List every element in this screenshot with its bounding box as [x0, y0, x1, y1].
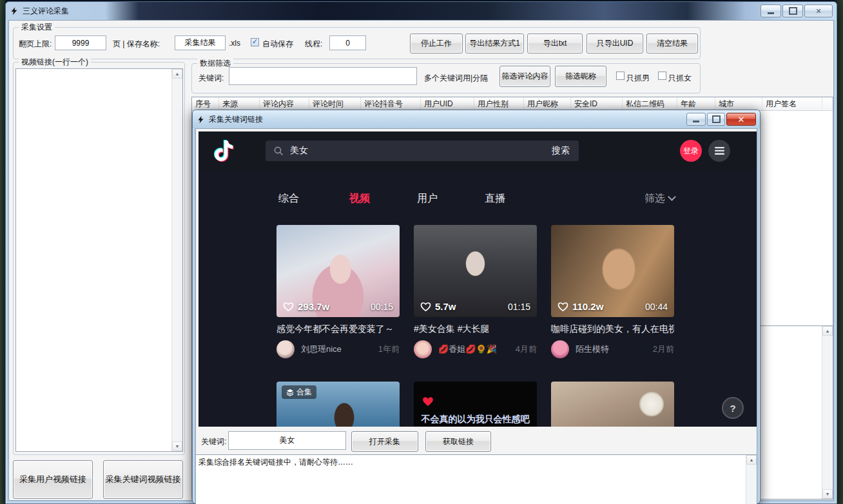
search-button[interactable]: 搜索	[543, 145, 579, 157]
export-mode1-button[interactable]: 导出结果方式1	[465, 34, 524, 53]
video-thumbnail[interactable]: 5.7w 01:15	[414, 225, 537, 317]
video-thumbnail[interactable]: 110.2w 00:44	[551, 225, 674, 317]
video-links-textarea[interactable]	[16, 69, 171, 451]
thumbnail-overlay-text: 不会真的以为我只会性感吧	[414, 414, 537, 425]
avatar[interactable]	[551, 340, 569, 358]
column-header[interactable]: 用户签名	[762, 97, 822, 110]
export-uid-only-button[interactable]: 只导出UID	[586, 34, 643, 53]
scroll-track[interactable]	[822, 336, 833, 489]
main-titlebar[interactable]: 三义评论采集 ✕	[6, 2, 837, 20]
video-stats: 110.2w 00:44	[557, 301, 668, 312]
male-only-checkbox[interactable]	[616, 72, 625, 80]
child-keyword-input[interactable]	[228, 431, 346, 450]
avatar[interactable]	[414, 340, 432, 358]
minimize-button[interactable]	[686, 113, 706, 126]
thread-label: 线程:	[305, 39, 322, 50]
filter-comments-button[interactable]: 筛选评论内容	[499, 66, 550, 87]
column-header[interactable]: 安全ID	[571, 97, 623, 110]
heart-icon	[283, 302, 294, 312]
get-links-button[interactable]: 获取链接	[425, 431, 491, 452]
maximize-button[interactable]	[782, 5, 803, 17]
column-header[interactable]: 来源	[219, 97, 260, 110]
thread-input[interactable]	[329, 35, 366, 50]
video-card: 293.7w 00:15 感觉今年都不会再爱变装了～ 刘思瑶nice 1年前	[276, 225, 400, 317]
tab-comprehensive[interactable]: 综合	[278, 192, 299, 206]
child-log-box: 采集综合排名关键词链接中，请耐心等待…… ▲	[196, 454, 757, 504]
column-header[interactable]: 用户UID	[421, 97, 474, 110]
column-header[interactable]: 序号	[192, 97, 219, 110]
settings-group-label: 采集设置	[19, 22, 55, 33]
douyin-header: 搜索 登录	[199, 131, 757, 170]
search-input[interactable]	[289, 145, 543, 157]
column-header[interactable]: 评论时间	[309, 97, 361, 110]
filter-keyword-input[interactable]	[229, 67, 417, 85]
author-name[interactable]: 刘思瑶nice	[301, 344, 342, 355]
stop-work-button[interactable]: 停止工作	[410, 34, 463, 53]
child-client-area: 搜索 登录 综合 视频 用户 直播 筛选	[195, 128, 757, 503]
menu-button[interactable]	[708, 140, 730, 162]
save-name-label: 页 | 保存名称:	[113, 39, 160, 50]
column-header[interactable]: 用户性别	[474, 97, 524, 110]
douyin-search-box[interactable]: 搜索	[266, 141, 579, 161]
minimize-button[interactable]	[761, 5, 781, 17]
scroll-down-arrow[interactable]: ▼	[172, 441, 182, 451]
author-name[interactable]: 💋香姐💋🌻🎉	[438, 344, 497, 355]
video-stats: 5.7w 01:15	[420, 301, 530, 312]
maximize-button[interactable]	[707, 113, 725, 126]
export-txt-button[interactable]: 导出txt	[527, 34, 583, 53]
scroll-up-arrow[interactable]: ▲	[746, 455, 757, 465]
column-header[interactable]: 城市	[715, 97, 762, 110]
column-header[interactable]: 用户昵称	[524, 97, 571, 110]
column-header[interactable]: 评论内容	[260, 97, 309, 110]
child-titlebar[interactable]: 采集关键词链接 ✕	[193, 110, 760, 128]
video-caption[interactable]: 咖啡店碰到的美女，有人在电视…	[551, 324, 674, 335]
scroll-up-arrow[interactable]: ▲	[822, 326, 833, 336]
autosave-checkbox[interactable]	[251, 38, 259, 46]
filter-nickname-button[interactable]: 筛选昵称	[555, 66, 606, 87]
close-button[interactable]: ✕	[804, 5, 833, 17]
video-thumbnail[interactable]: 合集	[276, 382, 400, 427]
publish-time: 4月前	[516, 344, 537, 355]
scroll-down-arrow[interactable]: ▼	[822, 489, 833, 499]
page-limit-label: 翻页上限:	[19, 39, 52, 50]
video-thumbnail[interactable]: 293.7w 00:15	[276, 225, 400, 317]
filter-keyword-label: 关键词:	[199, 73, 224, 84]
filter-dropdown[interactable]: 筛选	[644, 192, 675, 206]
video-card: 5.7w 01:15 #美女合集 #大长腿 💋香姐💋🌻🎉 4月前	[414, 225, 537, 317]
tab-video[interactable]: 视频	[349, 192, 370, 206]
collect-keyword-videos-button[interactable]: 采集关键词视频链接	[103, 460, 183, 499]
collect-user-videos-button[interactable]: 采集用户视频链接	[13, 460, 93, 499]
column-header[interactable]: 年龄	[677, 97, 715, 110]
scroll-track[interactable]	[746, 465, 757, 504]
video-thumbnail[interactable]: 不会真的以为我只会性感吧	[414, 382, 537, 427]
author-name[interactable]: 陌生模特	[576, 344, 609, 355]
data-filter-group-label: 数据筛选	[197, 58, 233, 69]
clear-results-button[interactable]: 清空结果	[646, 34, 698, 53]
save-name-input[interactable]	[175, 35, 226, 50]
column-header[interactable]: 私信二维码	[623, 97, 677, 110]
open-collect-button[interactable]: 打开采集	[351, 431, 418, 452]
main-log-scrollbar[interactable]: ▲ ▼	[822, 326, 833, 499]
child-log-text: 采集综合排名关键词链接中，请耐心等待……	[196, 455, 746, 504]
tab-user[interactable]: 用户	[417, 192, 438, 206]
like-count: 110.2w	[572, 301, 603, 312]
login-button[interactable]: 登录	[680, 140, 702, 162]
video-caption[interactable]: 感觉今年都不会再爱变装了～	[276, 324, 400, 335]
tab-live[interactable]: 直播	[485, 192, 505, 206]
scroll-track[interactable]	[172, 79, 182, 441]
avatar[interactable]	[276, 340, 295, 358]
settings-group: 采集设置 翻页上限: 页 | 保存名称: .xls 自动保存 线程: 停止工作 …	[13, 27, 701, 59]
child-log-scrollbar[interactable]: ▲	[746, 455, 757, 504]
close-button[interactable]: ✕	[726, 113, 756, 126]
video-duration: 00:15	[371, 302, 393, 312]
video-caption[interactable]: #美女合集 #大长腿	[414, 324, 537, 335]
column-header[interactable]: 评论抖音号	[361, 97, 421, 110]
scroll-up-arrow[interactable]: ▲	[172, 69, 182, 79]
video-thumbnail[interactable]	[551, 382, 674, 427]
app-bolt-icon	[197, 115, 205, 124]
help-button[interactable]: ?	[722, 397, 744, 419]
video-links-scrollbar[interactable]: ▲ ▼	[171, 69, 182, 451]
female-only-checkbox[interactable]	[658, 72, 666, 80]
page-limit-input[interactable]	[55, 35, 106, 50]
search-icon	[273, 146, 284, 156]
